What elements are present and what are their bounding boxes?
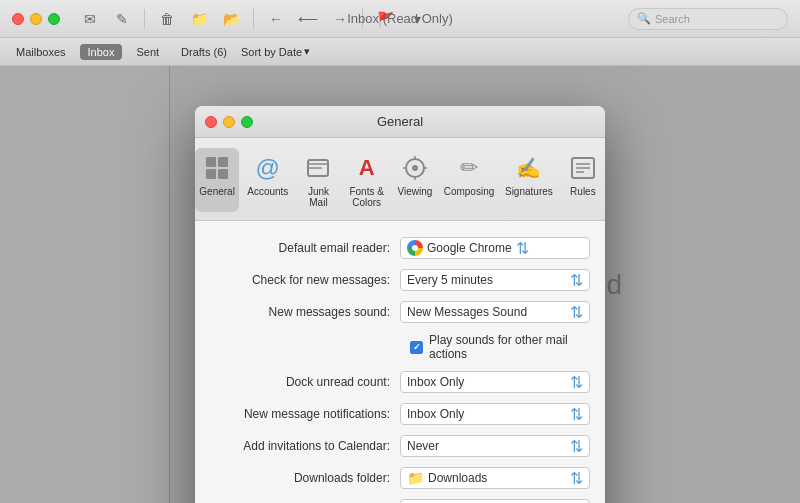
- junkmail-tab-label: Junk Mail: [300, 186, 336, 208]
- tab-sent[interactable]: Sent: [128, 44, 167, 60]
- compose-icon[interactable]: ✉: [76, 7, 104, 31]
- fonts-tab-label: Fonts & Colors: [349, 186, 385, 208]
- maximize-button[interactable]: [48, 13, 60, 25]
- play-sounds-row: Play sounds for other mail actions: [215, 333, 585, 361]
- composing-tab-label: Composing: [444, 186, 495, 197]
- general-tab-label: General: [199, 186, 235, 197]
- dock-count-value: Inbox Only: [407, 375, 566, 389]
- notifications-control: Inbox Only ⇅: [400, 403, 590, 425]
- window-title: Inbox (Read Only): [347, 11, 453, 26]
- play-sounds-label: Play sounds for other mail actions: [429, 333, 585, 361]
- chrome-option: Google Chrome: [407, 240, 512, 256]
- tab-signatures[interactable]: ✍ Signatures: [501, 148, 557, 212]
- rules-tab-label: Rules: [570, 186, 596, 197]
- pref-row-notifications: New message notifications: Inbox Only ⇅: [215, 403, 585, 425]
- svg-point-8: [412, 165, 418, 171]
- notifications-dropdown[interactable]: Inbox Only ⇅: [400, 403, 590, 425]
- tab-junkmail[interactable]: Junk Mail: [296, 148, 340, 212]
- sound-value: New Messages Sound: [407, 305, 566, 319]
- svg-rect-3: [218, 169, 228, 179]
- dropdown-arrow-icon7: ⇅: [570, 469, 583, 488]
- archive-icon[interactable]: 📁: [185, 7, 213, 31]
- play-sounds-checkbox[interactable]: [410, 341, 423, 354]
- tab-composing[interactable]: ✏ Composing: [441, 148, 497, 212]
- email-reader-label: Default email reader:: [215, 241, 400, 255]
- minimize-button[interactable]: [30, 13, 42, 25]
- prefs-content: Default email reader: Google Chrome ⇅: [195, 221, 605, 503]
- tab-drafts[interactable]: Drafts (6): [173, 44, 235, 60]
- downloads-label: Downloads folder:: [215, 471, 400, 485]
- divider2: [253, 9, 254, 29]
- main-content: No Message Selected General: [0, 66, 800, 503]
- move-icon[interactable]: 📂: [217, 7, 245, 31]
- downloads-value: Downloads: [428, 471, 566, 485]
- traffic-lights: [12, 13, 60, 25]
- pref-row-downloads: Downloads folder: 📁 Downloads ⇅: [215, 467, 585, 489]
- back-all-icon[interactable]: ⟵: [294, 7, 322, 31]
- tab-fonts[interactable]: A Fonts & Colors: [345, 148, 389, 212]
- check-messages-dropdown[interactable]: Every 5 minutes ⇅: [400, 269, 590, 291]
- dropdown-arrow-icon5: ⇅: [570, 405, 583, 424]
- close-button[interactable]: [12, 13, 24, 25]
- remove-downloads-control: After Message is Deleted ⇅: [400, 499, 590, 503]
- sort-chevron-icon: ▾: [304, 45, 310, 58]
- title-bar: ✉ ✎ 🗑 📁 📂 ← ⟵ → 🚩 ▾ Inbox (Read Only) 🔍 …: [0, 0, 800, 38]
- invitations-value: Never: [407, 439, 566, 453]
- dock-count-label: Dock unread count:: [215, 375, 400, 389]
- dock-count-dropdown[interactable]: Inbox Only ⇅: [400, 371, 590, 393]
- check-messages-value: Every 5 minutes: [407, 273, 566, 287]
- dropdown-arrow-icon2: ⇅: [570, 271, 583, 290]
- notifications-value: Inbox Only: [407, 407, 566, 421]
- rules-icon: [567, 152, 599, 184]
- prefs-close-button[interactable]: [205, 116, 217, 128]
- pref-row-remove-downloads: Remove unedited downloads: After Message…: [215, 499, 585, 503]
- tab-mailboxes[interactable]: Mailboxes: [8, 44, 74, 60]
- search-placeholder: Search: [655, 13, 690, 25]
- svg-rect-0: [206, 157, 216, 167]
- sort-label-text: Sort by Date: [241, 46, 302, 58]
- viewing-tab-label: Viewing: [397, 186, 432, 197]
- dropdown-arrow-icon6: ⇅: [570, 437, 583, 456]
- back-icon[interactable]: ←: [262, 7, 290, 31]
- pref-row-dock-count: Dock unread count: Inbox Only ⇅: [215, 371, 585, 393]
- prefs-maximize-button[interactable]: [241, 116, 253, 128]
- folder-icon: 📁: [407, 470, 424, 486]
- divider: [144, 9, 145, 29]
- tab-rules[interactable]: Rules: [561, 148, 605, 212]
- pref-row-check-messages: Check for new messages: Every 5 minutes …: [215, 269, 585, 291]
- invitations-dropdown[interactable]: Never ⇅: [400, 435, 590, 457]
- check-messages-control: Every 5 minutes ⇅: [400, 269, 590, 291]
- edit-icon[interactable]: ✎: [108, 7, 136, 31]
- prefs-minimize-button[interactable]: [223, 116, 235, 128]
- tab-inbox[interactable]: Inbox: [80, 44, 123, 60]
- pref-row-sound: New messages sound: New Messages Sound ⇅: [215, 301, 585, 323]
- dropdown-arrow-icon: ⇅: [516, 239, 529, 258]
- signatures-icon: ✍: [513, 152, 545, 184]
- tab-general[interactable]: General: [195, 148, 239, 212]
- junkmail-icon: [302, 152, 334, 184]
- second-toolbar: Mailboxes Inbox Sent Drafts (6) Sort by …: [0, 38, 800, 66]
- tab-viewing[interactable]: Viewing: [393, 148, 437, 212]
- email-reader-dropdown[interactable]: Google Chrome ⇅: [400, 237, 590, 259]
- sound-control: New Messages Sound ⇅: [400, 301, 590, 323]
- composing-icon: ✏: [453, 152, 485, 184]
- downloads-dropdown[interactable]: 📁 Downloads ⇅: [400, 467, 590, 489]
- invitations-label: Add invitations to Calendar:: [215, 439, 400, 453]
- remove-downloads-dropdown[interactable]: After Message is Deleted ⇅: [400, 499, 590, 503]
- notifications-label: New message notifications:: [215, 407, 400, 421]
- invitations-control: Never ⇅: [400, 435, 590, 457]
- email-reader-control: Google Chrome ⇅: [400, 237, 590, 259]
- delete-icon[interactable]: 🗑: [153, 7, 181, 31]
- general-icon: [201, 152, 233, 184]
- sound-dropdown[interactable]: New Messages Sound ⇅: [400, 301, 590, 323]
- pref-row-invitations: Add invitations to Calendar: Never ⇅: [215, 435, 585, 457]
- dropdown-arrow-icon3: ⇅: [570, 303, 583, 322]
- search-box[interactable]: 🔍 Search: [628, 8, 788, 30]
- sort-button[interactable]: Sort by Date ▾: [241, 45, 310, 58]
- tab-accounts[interactable]: @ Accounts: [243, 148, 292, 212]
- search-icon: 🔍: [637, 12, 651, 25]
- prefs-title-bar: General: [195, 106, 605, 138]
- svg-rect-2: [206, 169, 216, 179]
- svg-rect-1: [218, 157, 228, 167]
- chrome-icon: [407, 240, 423, 256]
